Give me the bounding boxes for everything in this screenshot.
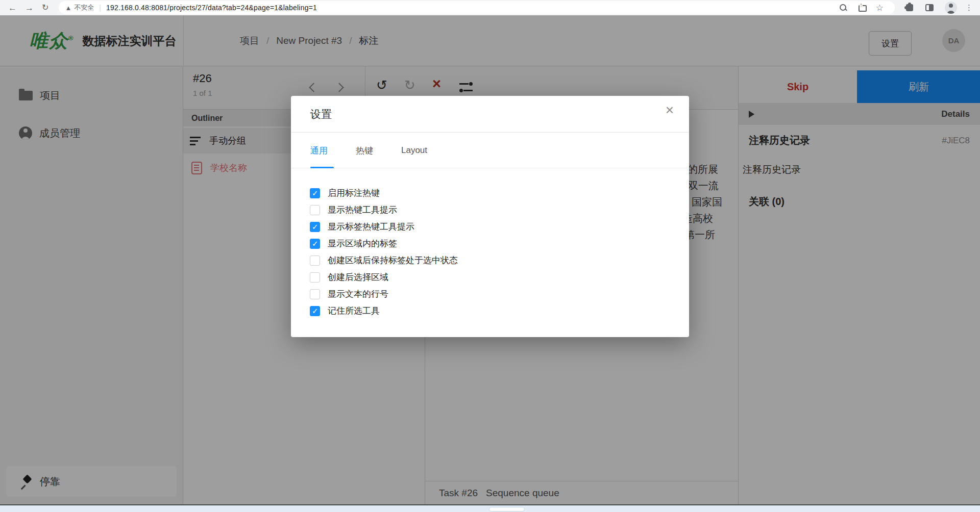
extensions-icon[interactable] (906, 4, 913, 11)
option-label: 创建后选择区域 (328, 271, 388, 283)
browser-forward-icon[interactable]: → (25, 4, 34, 12)
option-keep-label-selected[interactable]: 创建区域后保持标签处于选中状态 (291, 252, 689, 269)
option-show-line-numbers[interactable]: 显示文本的行号 (291, 286, 689, 302)
checkbox[interactable] (310, 188, 320, 198)
scrollbar-thumb[interactable] (489, 507, 525, 511)
option-remember-selected-tool[interactable]: 记住所选工具 (291, 302, 689, 319)
checkbox[interactable] (310, 222, 320, 232)
option-enable-hotkeys[interactable]: 启用标注热键 (291, 185, 689, 201)
modal-header: 设置 × (291, 96, 689, 133)
modal-title: 设置 (310, 107, 332, 121)
checkbox[interactable] (310, 306, 320, 316)
option-label: 记住所选工具 (328, 305, 380, 317)
url-text[interactable]: 192.168.0.48:8081/projects/27/data?tab=2… (106, 4, 834, 12)
checkbox[interactable] (310, 289, 320, 299)
option-show-labels-inside-regions[interactable]: 显示区域内的标签 (291, 235, 689, 252)
option-label: 显示区域内的标签 (328, 238, 397, 249)
tab-hotkeys[interactable]: 热键 (356, 145, 373, 157)
checkbox[interactable] (310, 239, 320, 249)
tab-track (291, 168, 689, 168)
option-label: 创建区域后保持标签处于选中状态 (328, 254, 458, 266)
option-label: 显示文本的行号 (328, 288, 388, 300)
active-tab-indicator (310, 167, 334, 168)
browser-back-icon[interactable]: ← (8, 4, 17, 12)
browser-reload-icon[interactable]: ↻ (42, 4, 48, 12)
settings-options: 启用标注热键 显示热键工具提示 显示标签热键工具提示 显示区域内的标签 创建区域… (291, 185, 689, 319)
option-label: 显示热键工具提示 (328, 204, 397, 216)
browser-profile-icon[interactable] (945, 2, 957, 14)
settings-tabs: 通用 热键 Layout (291, 133, 689, 168)
option-label: 显示标签热键工具提示 (328, 221, 414, 233)
zoom-icon[interactable] (839, 4, 847, 12)
option-label: 启用标注热键 (328, 187, 380, 199)
bookmark-star-icon[interactable]: ☆ (876, 3, 884, 13)
tab-general[interactable]: 通用 (310, 145, 328, 157)
option-show-hotkey-tooltips[interactable]: 显示热键工具提示 (291, 201, 689, 218)
horizontal-scrollbar[interactable] (0, 504, 980, 512)
side-panel-icon[interactable] (925, 4, 934, 11)
close-icon[interactable]: × (666, 103, 674, 117)
address-bar[interactable]: ▲ 不安全 | 192.168.0.48:8081/projects/27/da… (59, 1, 895, 14)
security-label: 不安全 (74, 3, 94, 12)
omnibox-separator: | (99, 4, 101, 12)
tab-layout[interactable]: Layout (401, 145, 427, 156)
share-icon[interactable] (857, 4, 866, 12)
settings-modal: 设置 × 通用 热键 Layout 启用标注热键 显示热键工具提示 显示标签热键… (291, 96, 689, 337)
option-select-region-after-create[interactable]: 创建后选择区域 (291, 269, 689, 286)
checkbox[interactable] (310, 205, 320, 215)
checkbox[interactable] (310, 255, 320, 266)
browser-menu-icon[interactable]: ⋮ (965, 3, 973, 12)
option-show-label-hotkey-tooltips[interactable]: 显示标签热键工具提示 (291, 218, 689, 235)
checkbox[interactable] (310, 272, 320, 283)
not-secure-warning-icon: ▲ (65, 4, 71, 12)
browser-chrome: ← → ↻ ▲ 不安全 | 192.168.0.48:8081/projects… (0, 0, 980, 15)
